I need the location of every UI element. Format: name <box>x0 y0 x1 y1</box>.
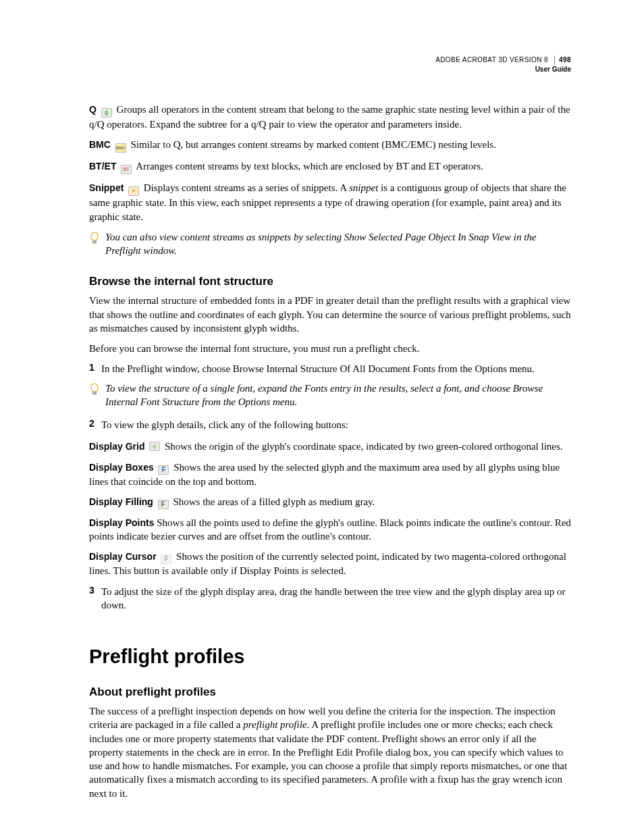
guide-label: User Guide <box>435 65 571 74</box>
tip-snippet-view: You can also view content streams as sni… <box>89 230 571 258</box>
step-3: 3 To adjust the size of the glyph displa… <box>89 585 571 613</box>
item-display-filling: Display Filling Shows the areas of a fil… <box>89 495 571 509</box>
page-number: 498 <box>554 55 571 65</box>
display-filling-icon <box>158 500 169 509</box>
display-boxes-icon <box>158 465 169 475</box>
item-bmc: BMC Similar to Q, but arranges content s… <box>89 138 571 153</box>
snippet-em: snippet <box>349 182 378 193</box>
item-display-cursor: Display Cursor Shows the position of the… <box>89 550 571 577</box>
step-3-num: 3 <box>89 585 101 613</box>
content-area: Q Groups all operators in the content st… <box>89 103 571 800</box>
document-page: ADOBE ACROBAT 3D VERSION 8 498 User Guid… <box>0 0 644 834</box>
item-display-grid: Display Grid Shows the origin of the gly… <box>89 440 571 453</box>
svg-point-3 <box>91 384 99 392</box>
step-1-text: In the Preflight window, choose Browse I… <box>101 362 535 375</box>
text-btet: Arranges content streams by text blocks,… <box>136 161 483 172</box>
svg-point-0 <box>91 232 99 240</box>
step-2-num: 2 <box>89 418 101 432</box>
term-display-filling: Display Filling <box>89 496 153 507</box>
q-operator-icon <box>101 108 112 118</box>
section1-p1: View the internal structure of embedded … <box>89 294 571 335</box>
text-q: Groups all operators in the content stre… <box>89 104 570 130</box>
step-3-text: To adjust the size of the glyph display … <box>101 585 571 613</box>
snippet-pre: Displays content streams as a series of … <box>144 182 349 193</box>
text-bmc: Similar to Q, but arranges content strea… <box>130 139 496 150</box>
lightbulb-icon <box>89 232 103 249</box>
product-name: ADOBE ACROBAT 3D VERSION 8 <box>435 56 548 63</box>
text-display-filling: Shows the areas of a filled glyph as med… <box>173 496 375 507</box>
item-display-boxes: Display Boxes Shows the area used by the… <box>89 461 571 488</box>
heading-about-profiles: About preflight profiles <box>89 685 571 699</box>
bmc-operator-icon <box>115 143 126 153</box>
item-q: Q Groups all operators in the content st… <box>89 103 571 131</box>
term-q: Q <box>89 104 97 115</box>
section1-p2: Before you can browse the internal font … <box>89 342 571 355</box>
tip-single-font: To view the structure of a single font, … <box>89 382 571 409</box>
heading-browse-font: Browse the internal font structure <box>89 275 571 288</box>
page-header: ADOBE ACROBAT 3D VERSION 8 498 User Guid… <box>435 55 571 74</box>
btet-operator-icon <box>121 165 132 174</box>
step-2-text: To view the glyph details, click any of … <box>101 418 348 432</box>
tip1-text: You can also view content streams as sni… <box>105 230 571 258</box>
text-display-grid: Shows the origin of the glyph's coordina… <box>165 441 563 452</box>
tip2-text: To view the structure of a single font, … <box>105 382 571 409</box>
term-display-cursor: Display Cursor <box>89 551 157 562</box>
display-cursor-icon <box>161 554 171 564</box>
term-snippet: Snippet <box>89 182 124 193</box>
section2-post: . A preflight profile includes one or mo… <box>89 719 567 798</box>
item-btet: BT/ET Arranges content streams by text b… <box>89 159 571 174</box>
term-display-grid: Display Grid <box>89 441 144 452</box>
heading-preflight-profiles: Preflight profiles <box>89 646 571 668</box>
term-display-boxes: Display Boxes <box>89 462 154 473</box>
term-bmc: BMC <box>89 139 111 150</box>
step-2: 2 To view the glyph details, click any o… <box>89 418 571 432</box>
text-display-points: Shows all the points used to define the … <box>89 517 571 542</box>
step-1: 1 In the Preflight window, choose Browse… <box>89 362 571 375</box>
lightbulb-icon <box>89 383 103 400</box>
item-display-points: Display Points Shows all the points used… <box>89 516 571 544</box>
term-btet: BT/ET <box>89 161 116 172</box>
item-snippet: Snippet Displays content streams as a se… <box>89 181 571 224</box>
display-grid-icon <box>149 442 160 451</box>
step-1-num: 1 <box>89 362 101 375</box>
section2-para: The success of a preflight inspection de… <box>89 704 571 800</box>
term-display-points: Display Points <box>89 517 154 528</box>
snippet-icon <box>128 186 139 196</box>
section2-em: preflight profile <box>243 719 306 730</box>
